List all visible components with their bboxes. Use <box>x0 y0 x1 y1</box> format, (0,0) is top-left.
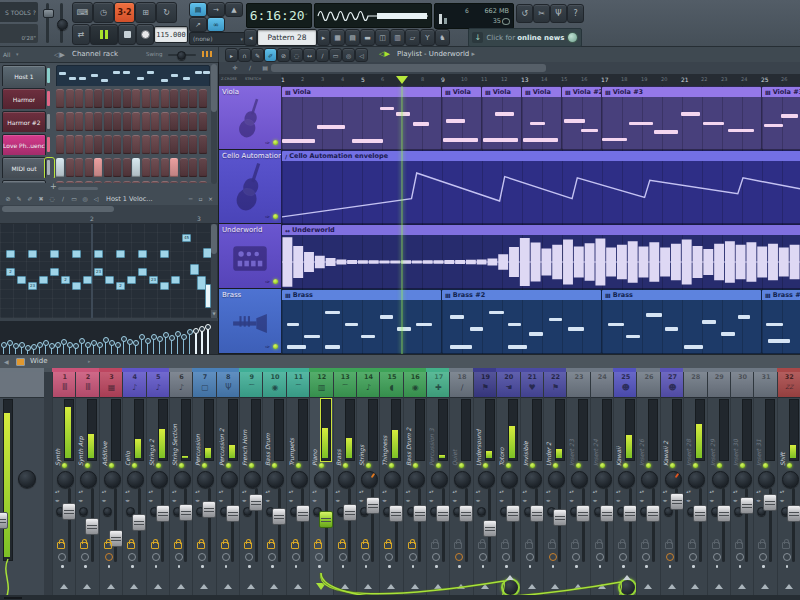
mixer-strip-21[interactable]: 21♥Invisible▴▾◂▸ <box>520 372 544 600</box>
piano-note[interactable] <box>83 276 92 284</box>
slip-button[interactable]: ↔ <box>303 48 316 62</box>
strip-pan-knob[interactable] <box>361 471 378 488</box>
toggle-mixer-button[interactable]: ▥ <box>390 29 405 46</box>
stereo-sep-arrows[interactable]: ▴▾ <box>546 489 551 494</box>
send-switch[interactable] <box>644 584 652 589</box>
pan-arrows[interactable]: ◂▸ <box>312 498 317 503</box>
step-button[interactable] <box>161 112 169 131</box>
stereo-sep-arrows[interactable]: ▴▾ <box>406 489 411 494</box>
clip-underworld[interactable]: ↔Underworld <box>281 224 800 289</box>
step-button[interactable] <box>94 158 102 177</box>
mixer-strip-1[interactable]: 1ⅢSynth▴▾◂▸ <box>52 372 76 600</box>
strip-mute-led[interactable] <box>740 463 745 468</box>
fader-cap[interactable] <box>226 505 240 522</box>
strip-mute-led[interactable] <box>272 463 277 468</box>
step-button[interactable] <box>123 112 131 131</box>
pan-arrows[interactable]: ◂▸ <box>710 498 715 503</box>
strip-header[interactable]: 25☻ <box>614 372 637 398</box>
pan-arrows[interactable]: ◂▸ <box>780 498 785 503</box>
stereo-sep-arrows[interactable]: ▴▾ <box>663 489 668 494</box>
stereo-sep-arrows[interactable]: ▴▾ <box>265 489 270 494</box>
fader-track[interactable] <box>184 488 187 562</box>
send-switch[interactable] <box>83 584 91 589</box>
fx-lock-icon[interactable] <box>735 542 743 549</box>
mixer-strip-5[interactable]: 5♪Strings 2▴▾◂▸ <box>146 372 170 600</box>
fader-track[interactable] <box>68 488 71 562</box>
oscilloscope[interactable] <box>314 3 432 28</box>
clip-brass[interactable]: ⅢBrass <box>281 289 442 354</box>
fader-cap[interactable] <box>179 504 193 521</box>
send-source-arrow[interactable] <box>316 583 326 590</box>
eq-mini-knob[interactable] <box>103 507 112 516</box>
send-switch[interactable] <box>130 584 138 589</box>
strip-mute-led[interactable] <box>623 463 628 468</box>
step-button[interactable] <box>85 158 93 177</box>
send-switch[interactable] <box>224 584 232 589</box>
step-button[interactable] <box>142 135 150 154</box>
record-arm-ring[interactable] <box>222 553 230 561</box>
record-arm-ring[interactable] <box>385 553 393 561</box>
stereo-sep-arrows[interactable]: ▴▾ <box>195 489 200 494</box>
stereo-sep-arrows[interactable]: ▴▾ <box>55 489 60 494</box>
route-dot[interactable] <box>529 565 532 568</box>
step-button[interactable] <box>161 158 169 177</box>
record-arm-ring[interactable] <box>362 553 370 561</box>
mute-button[interactable]: ◌ <box>290 48 303 62</box>
strip-header[interactable]: 28 <box>684 372 707 398</box>
step-button[interactable] <box>132 135 140 154</box>
view-small-button[interactable]: ▤ <box>259 63 271 73</box>
fader-track[interactable] <box>722 488 725 562</box>
step-button[interactable] <box>189 89 197 108</box>
step-button[interactable] <box>85 112 93 131</box>
record-arm-ring[interactable] <box>549 553 557 561</box>
slide-button[interactable]: ↗ <box>189 17 207 32</box>
track-header-underworld[interactable]: Underworld✑ <box>219 224 281 289</box>
fader-cap[interactable] <box>530 505 544 522</box>
stereo-sep-arrows[interactable]: ▴▾ <box>616 489 621 494</box>
rack-preview-icon[interactable]: ◁▶ <box>54 51 65 59</box>
clip-cello-automation-envelope[interactable]: ∕Cello Automation envelope <box>281 150 800 224</box>
track-tool-icon[interactable]: ✑ <box>265 343 270 350</box>
strip-pan-knob[interactable] <box>57 471 74 488</box>
velocity-head[interactable] <box>139 334 145 340</box>
clip-brass-2[interactable]: ⅢBrass #2 <box>761 289 800 354</box>
velocity-head[interactable] <box>145 338 151 344</box>
mixer-strip-24[interactable]: 24Insert 24▴▾◂▸ <box>590 372 614 600</box>
fader-track[interactable] <box>512 488 515 562</box>
fader-cap[interactable] <box>740 497 754 514</box>
metronome-button[interactable]: ◷ <box>93 2 114 23</box>
velocity-stem[interactable] <box>159 340 160 354</box>
piano-hscroll-thumb[interactable] <box>2 206 114 212</box>
strip-pan-knob[interactable] <box>267 471 284 488</box>
snap-dropdown[interactable]: (none) ▾ <box>189 32 247 45</box>
mixer-strip-7[interactable]: 7▢Percussion▴▾◂▸ <box>192 372 216 600</box>
toggle-channel-rack-button[interactable]: ▤ <box>345 29 360 46</box>
strip-mute-led[interactable] <box>483 463 488 468</box>
playhead-marker[interactable] <box>396 76 408 84</box>
pan-arrows[interactable]: ◂▸ <box>569 498 574 503</box>
stereo-sep-arrows[interactable]: ▴▾ <box>686 489 691 494</box>
toggle-playlist-button[interactable]: ▦ <box>330 29 345 46</box>
mixer-layout-icon[interactable] <box>16 358 25 366</box>
countdown-button[interactable]: 3·2 <box>114 2 135 23</box>
velocity-head[interactable] <box>97 342 103 348</box>
strip-mute-led[interactable] <box>226 463 231 468</box>
piano-note[interactable] <box>171 276 180 284</box>
record-arm-ring[interactable] <box>666 553 674 561</box>
send-switch[interactable] <box>481 584 489 589</box>
step-button[interactable] <box>56 135 64 154</box>
strip-pan-knob[interactable] <box>641 471 658 488</box>
slice-icon[interactable]: ∕ <box>58 194 68 204</box>
tempo-display[interactable]: 115.000 <box>154 26 188 43</box>
stereo-sep-arrows[interactable]: ▴▾ <box>756 489 761 494</box>
strip-header[interactable]: 3▦ <box>100 372 123 398</box>
route-dot[interactable] <box>575 565 578 568</box>
strip-mute-led[interactable] <box>436 463 441 468</box>
stereo-sep-arrows[interactable]: ▴▾ <box>242 489 247 494</box>
blend-recording-button[interactable]: ↻ <box>156 2 177 23</box>
route-dot[interactable] <box>435 565 438 568</box>
strip-mute-led[interactable] <box>156 463 161 468</box>
pan-arrows[interactable]: ◂▸ <box>406 498 411 503</box>
mixer-strip-10[interactable]: 10◉Bass Drum▴▾◂▸ <box>262 372 286 600</box>
pan-arrows[interactable]: ◂▸ <box>195 498 200 503</box>
